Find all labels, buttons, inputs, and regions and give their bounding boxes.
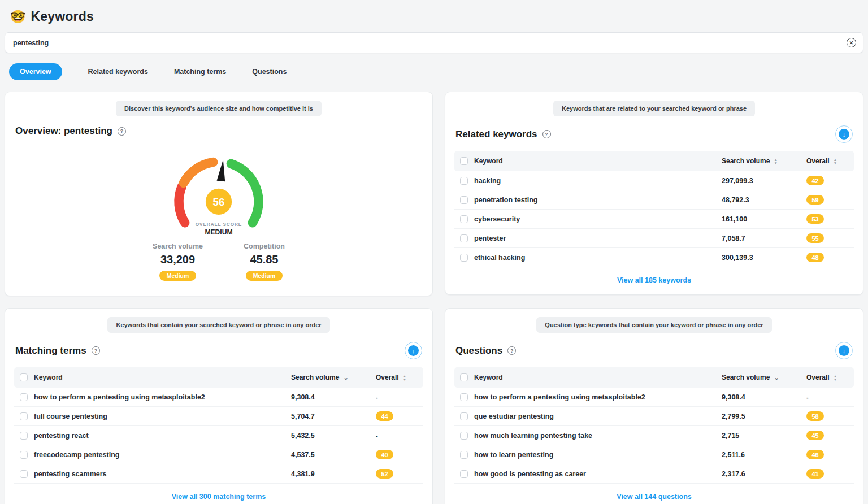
table-row[interactable]: pentester 7,058.7 55 xyxy=(454,229,854,248)
search-volume-cell: 2,715 xyxy=(722,432,806,440)
help-icon[interactable]: ? xyxy=(118,127,126,136)
table-row[interactable]: penetration testing 48,792.3 59 xyxy=(454,190,854,210)
row-checkbox[interactable] xyxy=(460,177,468,185)
view-all-keywords-link[interactable]: View all 185 keywords xyxy=(445,267,863,294)
table-row[interactable]: que estudiar pentesting 2,799.5 58 xyxy=(454,407,854,426)
row-checkbox[interactable] xyxy=(20,412,28,420)
view-all-matching-terms-link[interactable]: View all 300 matching terms xyxy=(5,484,432,504)
keyword-cell: how to perform a pentesting using metasp… xyxy=(34,393,205,401)
table-row[interactable]: how much learning pentesting take 2,715 … xyxy=(454,426,854,445)
row-checkbox[interactable] xyxy=(20,451,28,459)
table-row[interactable]: pentesting scammers 4,381.9 52 xyxy=(14,464,423,484)
sort-icon[interactable]: ▲▼ xyxy=(834,158,837,164)
select-all-checkbox[interactable] xyxy=(460,373,468,381)
row-checkbox[interactable] xyxy=(20,393,28,401)
overall-score-badge: - xyxy=(806,394,809,401)
overall-score-badge: - xyxy=(376,432,378,439)
search-volume-cell: 5,704.7 xyxy=(291,412,376,420)
keyword-cell: hacking xyxy=(474,177,501,185)
keyword-cell: cybersecurity xyxy=(474,215,520,223)
download-button[interactable]: ↓ xyxy=(835,125,853,143)
column-overall[interactable]: Overall▲▼ xyxy=(806,157,848,165)
metric-value: 45.85 xyxy=(244,253,285,266)
row-checkbox[interactable] xyxy=(20,470,28,478)
view-all-questions-link[interactable]: View all 144 questions xyxy=(445,484,863,504)
questions-card-header: Questions ? ↓ xyxy=(445,337,863,367)
table-row[interactable]: pentesting react 5,432.5 - xyxy=(14,426,423,445)
table-row[interactable]: cybersecurity 161,100 53 xyxy=(454,210,854,229)
table-row[interactable]: freecodecamp pentesting 4,537.5 40 xyxy=(14,445,423,464)
table-row[interactable]: how to perform a pentesting using metasp… xyxy=(14,388,423,407)
keyword-search-bar: ✕ xyxy=(5,32,863,53)
tab-overview[interactable]: Overview xyxy=(9,63,62,80)
metric-label: Search volume xyxy=(153,242,203,250)
row-checkbox[interactable] xyxy=(460,432,468,440)
matching-card-title: Matching terms xyxy=(15,345,86,357)
table-row[interactable]: ethical hacking 300,139.3 48 xyxy=(454,248,854,267)
row-checkbox[interactable] xyxy=(460,470,468,478)
table-row[interactable]: hacking 297,099.3 42 xyxy=(454,171,854,190)
overall-score-badge: 40 xyxy=(376,450,393,459)
card-grid: Discover this keyword's audience size an… xyxy=(0,92,868,504)
keyword-cell: how much learning pentesting take xyxy=(474,432,592,440)
search-volume-cell: 5,432.5 xyxy=(291,432,376,440)
row-checkbox[interactable] xyxy=(20,432,28,440)
row-checkbox[interactable] xyxy=(460,234,468,242)
metric-rating-badge: Medium xyxy=(159,271,197,281)
clear-search-icon[interactable]: ✕ xyxy=(847,38,856,47)
overview-card: Discover this keyword's audience size an… xyxy=(5,92,433,296)
search-volume-cell: 2,317.6 xyxy=(722,470,806,478)
column-search-volume[interactable]: Search volume▲▼ xyxy=(722,157,806,165)
table-row[interactable]: how to learn pentesting 2,511.6 46 xyxy=(454,445,854,464)
search-input[interactable] xyxy=(12,38,847,47)
sort-icon[interactable]: ▲▼ xyxy=(774,158,777,164)
gauge-segment-red xyxy=(179,186,185,223)
column-overall[interactable]: Overall▲▼ xyxy=(376,373,418,381)
sort-desc-icon[interactable]: ⌄ xyxy=(774,374,779,381)
gauge-score-label: OVERALL SCORE xyxy=(196,222,242,227)
tab-related-keywords[interactable]: Related keywords xyxy=(88,63,148,80)
sort-icon[interactable]: ▲▼ xyxy=(834,375,837,381)
row-checkbox[interactable] xyxy=(460,254,468,262)
tab-questions[interactable]: Questions xyxy=(252,63,287,80)
row-checkbox[interactable] xyxy=(460,393,468,401)
gauge-chart: 56 OVERALL SCORE MEDIUM xyxy=(162,153,275,239)
related-keywords-table: Keyword Search volume▲▼ Overall▲▼ hackin… xyxy=(454,151,854,267)
keyword-cell: how good is pentesting as career xyxy=(474,470,586,478)
related-card-header: Related keywords ? ↓ xyxy=(445,121,863,151)
questions-table: Keyword Search volume⌄ Overall▲▼ how to … xyxy=(454,367,854,484)
table-row[interactable]: how to perform a pentesting using metasp… xyxy=(454,388,854,407)
search-volume-cell: 4,537.5 xyxy=(291,451,376,459)
download-button[interactable]: ↓ xyxy=(835,342,853,359)
help-icon[interactable]: ? xyxy=(507,346,516,355)
search-volume-cell: 300,139.3 xyxy=(722,254,806,262)
search-volume-cell: 9,308.4 xyxy=(291,393,376,401)
search-volume-cell: 4,381.9 xyxy=(291,470,376,478)
table-row[interactable]: full course pentesting 5,704.7 44 xyxy=(14,407,423,426)
select-all-checkbox[interactable] xyxy=(20,373,28,381)
overview-card-header: Overview: pentesting ? xyxy=(5,121,432,145)
overall-score-badge: 58 xyxy=(806,411,824,421)
sort-icon[interactable]: ▲▼ xyxy=(403,375,406,381)
overall-score-badge: 42 xyxy=(806,176,824,185)
matching-terms-table: Keyword Search volume⌄ Overall▲▼ how to … xyxy=(14,367,423,484)
sort-desc-icon[interactable]: ⌄ xyxy=(343,374,348,381)
row-checkbox[interactable] xyxy=(460,412,468,420)
table-row[interactable]: how good is pentesting as career 2,317.6… xyxy=(454,464,854,484)
help-icon[interactable]: ? xyxy=(542,130,551,138)
tab-matching-terms[interactable]: Matching terms xyxy=(174,63,226,80)
overall-score-badge: 52 xyxy=(376,469,393,479)
help-icon[interactable]: ? xyxy=(92,346,100,355)
row-checkbox[interactable] xyxy=(460,196,468,204)
overview-metrics: Search volume 33,209 Medium Competition … xyxy=(5,239,432,296)
row-checkbox[interactable] xyxy=(460,451,468,459)
search-volume-cell: 2,799.5 xyxy=(722,412,806,420)
row-checkbox[interactable] xyxy=(460,215,468,223)
column-overall[interactable]: Overall▲▼ xyxy=(806,373,848,381)
select-all-checkbox[interactable] xyxy=(460,157,468,165)
metric-value: 33,209 xyxy=(153,253,203,266)
column-search-volume[interactable]: Search volume⌄ xyxy=(291,373,376,381)
download-button[interactable]: ↓ xyxy=(405,342,422,359)
column-search-volume[interactable]: Search volume⌄ xyxy=(722,373,806,381)
keyword-cell: how to perform a pentesting using metasp… xyxy=(474,393,645,401)
